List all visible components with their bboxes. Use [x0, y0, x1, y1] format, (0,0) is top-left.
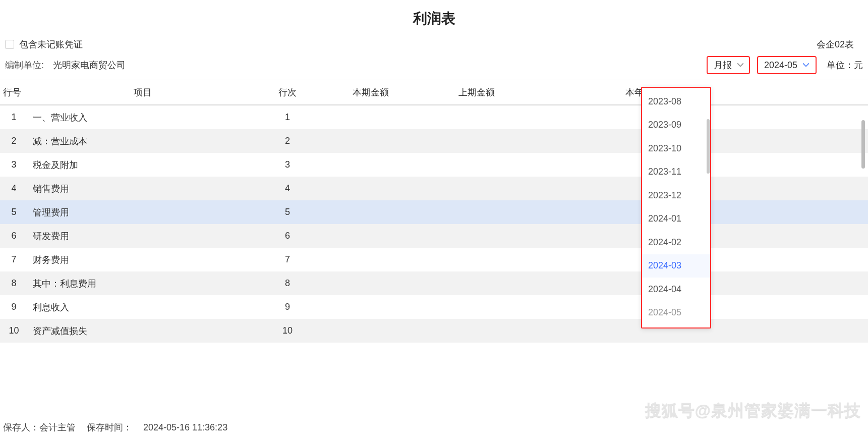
cell-item: 利息收入 — [28, 301, 257, 313]
table-header: 行号 项目 行次 本期金额 上期金额 本年金额 — [0, 80, 868, 105]
table-row[interactable]: 9利息收入9 — [0, 295, 868, 319]
unit-label: 单位：元 — [827, 59, 863, 71]
table-row[interactable]: 5管理费用5 — [0, 200, 868, 224]
save-time-value: 2024-05-16 11:36:23 — [143, 422, 227, 432]
cell-row-no: 10 — [0, 325, 28, 336]
cell-item: 财务费用 — [28, 254, 257, 266]
cell-item: 税金及附加 — [28, 159, 257, 171]
cell-item: 减：营业成本 — [28, 135, 257, 147]
table-row[interactable]: 7财务费用7 — [0, 248, 868, 271]
cell-row-no: 9 — [0, 302, 28, 312]
period-dropdown-list: 2023-082023-092023-102023-112023-122024-… — [642, 88, 710, 326]
cell-item: 资产减值损失 — [28, 325, 257, 337]
table-row[interactable]: 3税金及附加3 — [0, 153, 868, 177]
period-option[interactable]: 2024-05 — [642, 301, 710, 325]
filter-row-2: 编制单位: 光明家电商贸公司 月报 2024-05 单位：元 — [0, 53, 868, 77]
saver-value: 会计主管 — [39, 422, 76, 432]
cell-line-no: 3 — [257, 159, 318, 170]
cell-item: 销售费用 — [28, 183, 257, 195]
form-code-label: 会企02表 — [817, 38, 863, 50]
report-type-value: 月报 — [714, 59, 732, 71]
org-value: 光明家电商贸公司 — [53, 59, 126, 71]
cell-row-no: 2 — [0, 136, 28, 146]
period-option[interactable]: 2024-03 — [642, 254, 710, 278]
table-body: 1一、营业收入12减：营业成本23税金及附加34销售费用45管理费用56研发费用… — [0, 105, 868, 343]
table-row[interactable]: 6研发费用6 — [0, 224, 868, 248]
save-time-label: 保存时间： — [87, 422, 132, 432]
period-option[interactable]: 2024-02 — [642, 231, 710, 254]
cell-line-no: 10 — [257, 325, 318, 336]
period-option[interactable]: 2024-01 — [642, 207, 710, 231]
filter-row-1: 包含未记账凭证 会企02表 — [0, 35, 868, 53]
period-value: 2024-05 — [764, 60, 797, 71]
cell-item: 管理费用 — [28, 206, 257, 218]
chevron-down-icon — [737, 62, 744, 69]
dropdown-scrollbar[interactable] — [706, 90, 710, 325]
include-unposted-checkbox[interactable] — [5, 40, 14, 49]
col-current-amount: 本期金额 — [318, 86, 424, 98]
cell-line-no: 8 — [257, 278, 318, 289]
table-scrollbar-thumb[interactable] — [861, 120, 865, 169]
period-option[interactable]: 2023-12 — [642, 184, 710, 207]
col-prior-amount: 上期金额 — [424, 86, 530, 98]
cell-line-no: 9 — [257, 302, 318, 312]
chevron-down-icon — [802, 62, 809, 69]
cell-item: 其中：利息费用 — [28, 278, 257, 290]
cell-row-no: 7 — [0, 254, 28, 265]
period-option[interactable]: 2023-10 — [642, 137, 710, 160]
col-row-no: 行号 — [0, 86, 28, 98]
cell-row-no: 4 — [0, 183, 28, 194]
period-option[interactable]: 2023-09 — [642, 114, 710, 137]
table-row[interactable]: 10资产减值损失10 — [0, 319, 868, 343]
cell-line-no: 1 — [257, 112, 318, 123]
period-option[interactable]: 2024-04 — [642, 278, 710, 301]
dropdown-scrollbar-thumb[interactable] — [707, 119, 710, 174]
col-item: 项目 — [28, 86, 257, 98]
cell-line-no: 6 — [257, 231, 318, 241]
period-option[interactable]: 2023-11 — [642, 160, 710, 184]
cell-line-no: 4 — [257, 183, 318, 194]
income-statement-table: 行号 项目 行次 本期金额 上期金额 本年金额 1一、营业收入12减：营业成本2… — [0, 80, 868, 343]
cell-item: 研发费用 — [28, 230, 257, 242]
saver-label: 保存人： — [3, 422, 39, 432]
period-option[interactable]: 2023-08 — [642, 90, 710, 114]
cell-row-no: 3 — [0, 159, 28, 170]
cell-row-no: 8 — [0, 278, 28, 289]
org-label: 编制单位: — [5, 59, 44, 71]
include-unposted-label: 包含未记账凭证 — [19, 38, 83, 50]
cell-line-no: 7 — [257, 254, 318, 265]
cell-row-no: 1 — [0, 112, 28, 123]
page-title: 利润表 — [0, 0, 868, 35]
table-scrollbar[interactable] — [860, 114, 866, 353]
period-dropdown[interactable]: 2023-082023-092023-102023-112023-122024-… — [641, 87, 711, 328]
report-type-select[interactable]: 月报 — [707, 56, 750, 74]
table-row[interactable]: 1一、营业收入1 — [0, 105, 868, 129]
footer-bar: 保存人：会计主管 保存时间： 2024-05-16 11:36:23 — [0, 417, 868, 438]
table-row[interactable]: 2减：营业成本2 — [0, 129, 868, 153]
cell-line-no: 2 — [257, 136, 318, 146]
col-line-no: 行次 — [257, 86, 318, 98]
cell-row-no: 6 — [0, 231, 28, 241]
table-row[interactable]: 4销售费用4 — [0, 177, 868, 200]
table-row[interactable]: 8其中：利息费用8 — [0, 271, 868, 295]
cell-row-no: 5 — [0, 207, 28, 217]
cell-line-no: 5 — [257, 207, 318, 217]
period-select[interactable]: 2024-05 — [757, 56, 817, 74]
cell-item: 一、营业收入 — [28, 112, 257, 124]
